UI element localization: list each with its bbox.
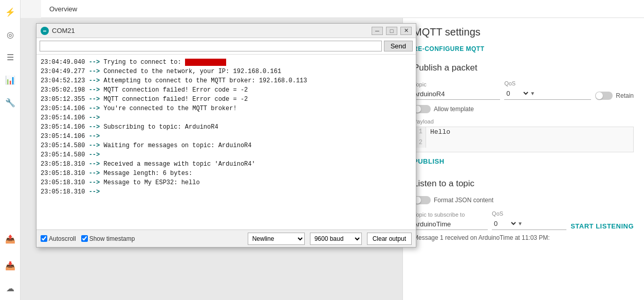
- listen-qos-arrow-icon: ▼: [518, 221, 523, 226]
- ide-sidebar: ⚡ ◎ ☰ 📊 🔧 📤 📥 ☁: [0, 0, 21, 300]
- publish-section-title: Publish a packet: [413, 63, 634, 73]
- topic-label: Topic: [413, 81, 500, 87]
- payload-line-content-2: [426, 138, 430, 148]
- serial-toolbar: Autoscroll Show timestamp Newline No lin…: [36, 230, 416, 247]
- sidebar-icon-download[interactable]: 📥: [3, 258, 18, 273]
- qos-select[interactable]: 0 1 2: [504, 87, 530, 99]
- serial-line: 23:05:18.310 --> Message length: 6 bytes…: [41, 169, 412, 178]
- serial-line: 23:05:14.106 --> Subscribing to topic: A…: [41, 122, 412, 132]
- sidebar-icon-upload[interactable]: 📤: [3, 231, 18, 246]
- listen-section-title: Listen to a topic: [413, 179, 634, 189]
- serial-line: 23:05:18.310 -->: [41, 187, 412, 197]
- right-panel: MQTT settings RE-CONFIGURE MQTT Publish …: [402, 18, 644, 300]
- listen-section: Listen to a topic Format JSON content To…: [413, 179, 634, 241]
- topbar: Overview: [41, 0, 644, 18]
- serial-line: 23:05:12.355 --> MQTT connection failed!…: [41, 95, 412, 104]
- qos-label: QoS: [504, 80, 591, 86]
- listen-fields: Topic to subscribe to QoS 0 1 2 ▼: [413, 210, 634, 230]
- serial-line: 23:05:18.310 --> Received a message with…: [41, 160, 412, 169]
- topic-input[interactable]: [413, 89, 500, 100]
- payload-editor[interactable]: 1 Hello 2: [413, 127, 634, 152]
- dialog-titlebar: ∞ COM21 ─ □ ✕: [36, 24, 416, 38]
- baud-rate-select[interactable]: 300 baud 1200 baud 2400 baud 4800 baud 9…: [310, 233, 362, 245]
- panel-title: MQTT settings: [413, 26, 634, 38]
- retain-group: Retain: [595, 92, 634, 100]
- serial-line: 23:05:14.106 -->: [41, 132, 412, 141]
- listen-topic-field-group: Topic to subscribe to: [413, 211, 488, 230]
- serial-monitor-dialog: ∞ COM21 ─ □ ✕ Send 23:04:49.040 --: [36, 23, 416, 248]
- serial-line: 23:05:02.198 --> MQTT connection failed!…: [41, 85, 412, 95]
- minimize-button[interactable]: ─: [372, 27, 383, 35]
- serial-output: 23:04:49.040 --> Trying to connect to: 2…: [36, 55, 416, 230]
- serial-line: 23:04:49.277 --> Connected to the networ…: [41, 67, 412, 76]
- payload-label: Payload: [413, 118, 634, 125]
- message-received: Message 1 received on ArduinoTime at 11:…: [413, 234, 634, 241]
- listen-qos-select-wrapper: 0 1 2 ▼: [492, 218, 566, 230]
- listen-qos-label: QoS: [492, 210, 566, 217]
- qos-arrow-icon: ▼: [530, 91, 535, 96]
- topbar-title: Overview: [49, 5, 77, 13]
- autoscroll-checkbox[interactable]: Autoscroll: [41, 235, 76, 242]
- dialog-window-controls: ─ □ ✕: [372, 27, 412, 35]
- sidebar-icon-chart[interactable]: 📊: [3, 72, 18, 87]
- format-json-label: Format JSON content: [434, 197, 493, 204]
- allow-template-label: Allow template: [434, 105, 474, 113]
- publish-button[interactable]: PUBLISH: [413, 154, 445, 168]
- format-json-row: Format JSON content: [413, 196, 634, 204]
- retain-toggle-knob: [596, 92, 603, 99]
- sidebar-icon-menu[interactable]: ☰: [3, 49, 18, 65]
- serial-line: 23:05:14.106 -->: [41, 113, 412, 122]
- arduino-icon: ∞: [41, 27, 49, 35]
- close-button[interactable]: ✕: [400, 27, 412, 35]
- qos-field-group: QoS 0 1 2 ▼: [504, 80, 591, 100]
- payload-line-2: 2: [414, 138, 633, 148]
- send-button[interactable]: Send: [384, 41, 413, 51]
- maximize-button[interactable]: □: [386, 27, 397, 35]
- reconfigure-link[interactable]: RE-CONFIGURE MQTT: [413, 45, 634, 52]
- allow-template-row: Allow template: [413, 105, 634, 113]
- serial-input[interactable]: [40, 41, 382, 51]
- newline-select[interactable]: Newline No line ending Both NL & CR Carr…: [248, 233, 305, 245]
- listen-qos-select[interactable]: 0 1 2: [492, 218, 518, 230]
- payload-line-1: 1 Hello: [414, 127, 633, 138]
- serial-line: 23:04:49.040 --> Trying to connect to:: [41, 58, 412, 67]
- serial-line: 23:05:18.310 --> Message to My ESP32: he…: [41, 178, 412, 187]
- listen-topic-input[interactable]: [413, 219, 488, 230]
- topic-qos-row: Topic QoS 0 1 2 ▼: [413, 80, 634, 100]
- serial-line: 23:04:52.123 --> Attempting to connect t…: [41, 76, 412, 85]
- serial-line: 23:05:14.106 --> You're connected to the…: [41, 104, 412, 113]
- sidebar-icon-circle[interactable]: ◎: [3, 27, 18, 42]
- serial-input-row: Send: [36, 38, 416, 55]
- serial-line: 23:05:14.580 --> Waiting for messages on…: [41, 141, 412, 150]
- sidebar-icon-cloud[interactable]: ☁: [3, 280, 18, 296]
- listen-topic-label: Topic to subscribe to: [413, 211, 488, 218]
- topic-field-group: Topic: [413, 81, 500, 100]
- payload-line-content-1: Hello: [426, 127, 450, 138]
- start-listening-button[interactable]: START LISTENING: [571, 222, 634, 230]
- retain-toggle[interactable]: [595, 92, 613, 100]
- listen-qos-field-group: QoS 0 1 2 ▼: [492, 210, 566, 230]
- qos-select-wrapper: 0 1 2 ▼: [504, 87, 591, 100]
- show-timestamp-checkbox[interactable]: Show timestamp: [81, 235, 135, 242]
- retain-label: Retain: [616, 92, 634, 99]
- main-area: ∞ COM21 ─ □ ✕ Send 23:04:49.040 --: [21, 18, 644, 300]
- serial-line: 23:05:14.580 -->: [41, 150, 412, 160]
- sidebar-icon-bolt[interactable]: ⚡: [3, 4, 18, 20]
- publish-section: Publish a packet Topic QoS 0 1 2: [413, 63, 634, 168]
- sidebar-icon-debug[interactable]: 🔧: [3, 95, 18, 110]
- clear-output-button[interactable]: Clear output: [367, 233, 412, 245]
- dialog-title: COM21: [52, 27, 372, 34]
